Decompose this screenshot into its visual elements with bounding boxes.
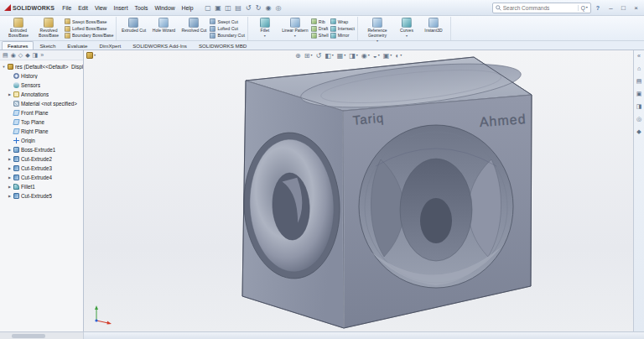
caret-right-icon[interactable]: ▶ — [8, 148, 12, 152]
featuremanager-tree-icon[interactable]: ▤ — [3, 51, 8, 60]
hole-wizard-button[interactable]: Hole Wizard — [149, 17, 178, 40]
menu-edit[interactable]: Edit — [75, 4, 91, 12]
boundary-cut-button[interactable]: Boundary Cut — [210, 33, 244, 39]
redo-icon[interactable]: ↻ — [254, 3, 263, 13]
shell-button[interactable]: Shell — [311, 33, 329, 39]
tree-item-right-plane[interactable]: Right Plane — [2, 127, 83, 136]
open-document-icon[interactable]: ▣ — [214, 3, 223, 13]
rib-button[interactable]: Rib — [311, 18, 329, 24]
intersect-button[interactable]: Intersect — [330, 26, 355, 32]
maximize-button[interactable]: □ — [617, 3, 630, 13]
previous-view-icon[interactable]: ↺ — [315, 51, 321, 61]
menu-help[interactable]: Help — [179, 4, 197, 12]
search-scope-dropdown[interactable]: Q ▾ — [578, 5, 588, 11]
collapse-taskpane-icon[interactable]: « — [637, 53, 641, 60]
close-button[interactable]: × — [630, 3, 642, 13]
tree-item-cut-extrude2[interactable]: ▶Cut-Extrude2 — [2, 154, 83, 164]
tab-features[interactable]: Features — [2, 41, 34, 50]
tree-item-cut-extrude4[interactable]: ▶Cut-Extrude4 — [2, 173, 83, 182]
menu-view[interactable]: View — [91, 4, 111, 12]
extruded-boss-button[interactable]: Extruded Boss/Base — [4, 17, 33, 40]
display-style-icon[interactable]: ◨▾ — [349, 51, 358, 61]
scrollbar-thumb[interactable] — [12, 334, 45, 338]
tree-item-material[interactable]: Material <not specified> — [2, 99, 83, 108]
tab-dimxpert[interactable]: DimXpert — [93, 41, 127, 50]
view-orientation-icon[interactable]: ▦▾ — [337, 51, 346, 61]
revolved-boss-button[interactable]: Revolved Boss/Base — [34, 17, 63, 40]
tab-solidworks-addins[interactable]: SOLIDWORKS Add-Ins — [127, 41, 193, 50]
undo-icon[interactable]: ↺ — [244, 3, 253, 13]
swept-cut-button[interactable]: Swept Cut — [210, 18, 244, 24]
tree-item-annotations[interactable]: ▶Annotations — [2, 90, 83, 99]
reference-geometry-button[interactable]: Reference Geometry ▾ — [361, 17, 394, 40]
propertymanager-icon[interactable]: ◉ — [11, 51, 16, 60]
rebuild-icon[interactable]: ◉ — [264, 3, 273, 13]
mirror-button[interactable]: Mirror — [330, 33, 355, 39]
help-button[interactable]: ? — [593, 5, 603, 11]
menu-window[interactable]: Window — [151, 4, 178, 12]
orientation-triad[interactable] — [91, 303, 112, 326]
tree-item-front-plane[interactable]: Front Plane — [2, 108, 83, 117]
custom-properties-icon[interactable]: ◆ — [636, 128, 641, 135]
tree-item-sensors[interactable]: Sensors — [2, 81, 83, 90]
linear-pattern-button[interactable]: Linear Pattern ▾ — [281, 17, 309, 40]
menu-tools[interactable]: Tools — [132, 4, 152, 12]
tree-item-cut-extrude5[interactable]: ▶Cut-Extrude5 — [2, 191, 83, 201]
tree-root-part[interactable]: ▼ res (Default<<Default>_Display State 1… — [2, 62, 83, 71]
edit-appearance-icon[interactable]: ◒▾ — [373, 51, 380, 61]
tree-item-origin[interactable]: Origin — [2, 136, 83, 145]
revolved-cut-button[interactable]: Revolved Cut — [179, 17, 208, 40]
instant3d-button[interactable]: Instant3D — [419, 17, 448, 40]
right-bore[interactable] — [359, 125, 513, 288]
wrap-button[interactable]: Wrap — [330, 18, 355, 24]
displaymanager-icon[interactable]: ◨ — [33, 51, 39, 60]
caret-right-icon[interactable]: ▶ — [8, 92, 12, 96]
new-document-icon[interactable]: ▢ — [204, 3, 213, 13]
draft-button[interactable]: Draft — [311, 26, 329, 32]
tree-item-fillet1[interactable]: ▶Fillet1 — [2, 182, 83, 191]
tree-item-cut-extrude3[interactable]: ▶Cut-Extrude3 — [2, 164, 83, 173]
view-palette-icon[interactable]: ◨ — [636, 103, 642, 110]
tab-solidworks-mbd[interactable]: SOLIDWORKS MBD — [193, 41, 252, 50]
caret-right-icon[interactable]: ▶ — [8, 157, 12, 161]
tree-item-top-plane[interactable]: Top Plane — [2, 117, 83, 127]
search-input[interactable] — [503, 5, 576, 11]
menu-file[interactable]: File — [59, 4, 75, 12]
swept-boss-button[interactable]: Swept Boss/Base — [65, 18, 113, 24]
menu-insert[interactable]: Insert — [111, 4, 132, 12]
tab-evaluate[interactable]: Evaluate — [61, 41, 93, 50]
zoom-area-icon[interactable]: ⊞▾ — [304, 51, 313, 61]
design-library-icon[interactable]: ▤ — [636, 78, 642, 85]
caret-right-icon[interactable]: ▶ — [8, 194, 12, 198]
graphics-viewport[interactable]: Tariq Ahmed ▾ ⊕ ⊞▾ ↺ ◧▾ ▦▾ ◨▾ ◉▾ ◒▾ ▣▾ ◐… — [84, 50, 633, 331]
file-explorer-icon[interactable]: ▣ — [636, 91, 642, 97]
minimize-button[interactable]: – — [605, 3, 617, 13]
lofted-boss-button[interactable]: Lofted Boss/Base — [65, 26, 113, 32]
tree-item-boss-extrude1[interactable]: ▶Boss-Extrude1 — [2, 145, 83, 154]
appearances-scenes-icon[interactable]: ◎ — [636, 116, 641, 123]
save-icon[interactable]: ◫ — [224, 3, 233, 13]
lofted-cut-button[interactable]: Lofted Cut — [210, 26, 244, 32]
dimxpertmanager-icon[interactable]: ◆ — [25, 51, 29, 60]
zoom-fit-icon[interactable]: ⊕ — [295, 51, 301, 61]
fillet-button[interactable]: Fillet ▾ — [251, 17, 279, 40]
flyout-featuremanager[interactable]: ▾ — [86, 52, 96, 59]
view-settings-icon[interactable]: ◐▾ — [395, 51, 402, 61]
boundary-boss-button[interactable]: Boundary Boss/Base — [65, 33, 113, 39]
hide-show-items-icon[interactable]: ◉▾ — [361, 51, 370, 61]
caret-right-icon[interactable]: ▶ — [8, 175, 12, 180]
solidworks-resources-icon[interactable]: ⌂ — [637, 65, 641, 72]
tree-horizontal-scrollbar[interactable] — [0, 332, 84, 339]
chevron-right-icon[interactable]: » — [40, 51, 44, 60]
caret-right-icon[interactable]: ▶ — [8, 185, 12, 189]
caret-down-icon[interactable]: ▼ — [2, 65, 6, 69]
tree-item-history[interactable]: History — [2, 71, 83, 81]
model-canvas[interactable]: Tariq Ahmed — [84, 50, 633, 331]
print-icon[interactable]: ▤ — [234, 3, 243, 13]
apply-scene-icon[interactable]: ▣▾ — [383, 51, 392, 61]
tab-sketch[interactable]: Sketch — [34, 41, 61, 50]
options-icon[interactable]: ◎ — [274, 3, 283, 13]
caret-right-icon[interactable]: ▶ — [8, 166, 12, 170]
extruded-cut-button[interactable]: Extruded Cut — [119, 17, 148, 40]
configurationmanager-icon[interactable]: ◇ — [18, 51, 23, 60]
